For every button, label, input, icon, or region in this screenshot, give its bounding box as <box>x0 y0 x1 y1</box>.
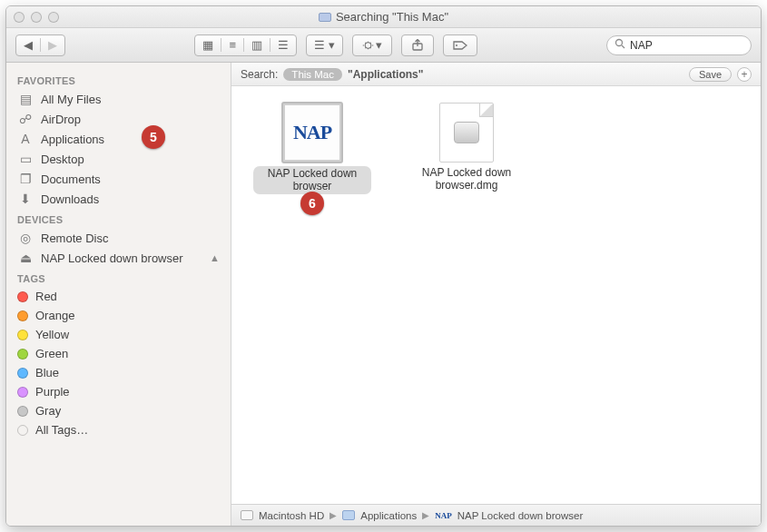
path-segment[interactable]: Applications <box>360 510 417 521</box>
tag-dot <box>17 387 28 398</box>
volume-icon: ⏏ <box>17 251 34 265</box>
app-small-icon: NAP <box>435 511 452 520</box>
column-view-button[interactable]: ▥ <box>244 38 270 52</box>
tag-yellow[interactable]: Yellow <box>6 325 231 344</box>
sidebar-item-remote-disc[interactable]: ◎Remote Disc <box>6 228 231 248</box>
sidebar-item-volume[interactable]: ⏏NAP Locked down browser▲ <box>6 248 231 268</box>
app-icon: NAP <box>282 103 342 163</box>
svg-point-3 <box>616 40 623 46</box>
callout-6: 6 <box>300 192 324 215</box>
coverflow-view-button[interactable]: ☰ <box>270 38 296 52</box>
sidebar-item-all-my-files[interactable]: ▤All My Files <box>6 89 231 109</box>
finder-window: Searching "This Mac" ◀ ▶ ▦ ≡ ▥ ☰ ☰ ▾ ▾ <box>5 5 762 527</box>
tag-green[interactable]: Green <box>6 344 231 363</box>
folder-icon <box>319 13 331 22</box>
folder-icon <box>342 510 355 520</box>
tag-red[interactable]: Red <box>6 287 231 306</box>
tag-dot <box>17 330 28 340</box>
callout-5: 5 <box>142 125 165 149</box>
tag-dot <box>17 425 28 436</box>
tag-purple[interactable]: Purple <box>6 382 231 401</box>
search-input[interactable] <box>630 39 762 52</box>
chevron-icon: ▶ <box>329 510 337 520</box>
section-tags: TAGS <box>6 268 231 287</box>
traffic-lights <box>14 12 59 23</box>
toolbar: ◀ ▶ ▦ ≡ ▥ ☰ ☰ ▾ ▾ ✕ <box>6 28 761 63</box>
arrange-menu[interactable]: ☰ ▾ <box>306 34 343 56</box>
nav-buttons: ◀ ▶ <box>15 34 65 56</box>
action-menu[interactable]: ▾ <box>352 34 392 56</box>
result-dmg[interactable]: NAP Locked down browser.dmg <box>408 103 526 192</box>
sidebar: FAVORITES ▤All My Files ☍AirDrop A Appli… <box>6 63 231 526</box>
tag-dot <box>17 368 28 379</box>
drive-icon <box>241 510 253 520</box>
svg-line-4 <box>622 45 624 48</box>
tag-gray[interactable]: Gray <box>6 401 231 420</box>
airdrop-icon: ☍ <box>17 112 34 126</box>
tag-dot <box>17 310 28 321</box>
disc-icon: ◎ <box>17 231 34 245</box>
section-favorites: FAVORITES <box>6 70 231 89</box>
chevron-icon: ▶ <box>422 510 429 520</box>
sidebar-item-documents[interactable]: ❐Documents <box>6 169 231 189</box>
save-search-button[interactable]: Save <box>689 67 732 82</box>
back-button[interactable]: ◀ <box>16 38 41 52</box>
zoom-button[interactable] <box>48 12 59 23</box>
tag-orange[interactable]: Orange <box>6 306 231 325</box>
sidebar-item-airdrop[interactable]: ☍AirDrop <box>6 109 231 129</box>
section-devices: DEVICES <box>6 209 231 228</box>
search-field[interactable]: ✕ <box>606 35 752 55</box>
path-segment[interactable]: Macintosh HD <box>259 510 324 521</box>
titlebar: Searching "This Mac" <box>6 6 761 28</box>
desktop-icon: ▭ <box>17 152 34 166</box>
forward-button[interactable]: ▶ <box>41 38 64 52</box>
file-label: NAP Locked down browser.dmg <box>408 166 526 192</box>
eject-icon[interactable]: ▲ <box>210 252 220 263</box>
file-label: NAP Locked down browser <box>253 166 371 194</box>
share-button[interactable] <box>401 34 434 56</box>
window-title: Searching "This Mac" <box>6 10 761 24</box>
icon-view-button[interactable]: ▦ <box>195 38 221 52</box>
minimize-button[interactable] <box>31 12 42 23</box>
documents-icon: ❐ <box>17 172 34 186</box>
result-app[interactable]: NAP NAP Locked down browser 6 <box>253 103 371 194</box>
scope-this-mac[interactable]: This Mac <box>283 68 342 81</box>
results-grid: NAP NAP Locked down browser 6 NAP Locked… <box>231 86 761 504</box>
scope-label: Search: <box>241 68 278 81</box>
sidebar-item-desktop[interactable]: ▭Desktop <box>6 149 231 169</box>
dmg-icon <box>439 103 494 163</box>
tag-dot <box>17 349 28 360</box>
sidebar-item-downloads[interactable]: ⬇Downloads <box>6 189 231 209</box>
svg-point-2 <box>456 44 457 46</box>
applications-icon: A <box>17 132 34 146</box>
tag-dot <box>17 406 28 417</box>
path-bar: Macintosh HD ▶ Applications ▶ NAP NAP Lo… <box>231 504 761 526</box>
tag-all[interactable]: All Tags… <box>6 420 231 439</box>
search-icon <box>615 38 625 52</box>
close-button[interactable] <box>14 12 25 23</box>
scope-bar: Search: This Mac "Applications" Save + <box>231 63 761 86</box>
tags-button[interactable] <box>443 34 477 56</box>
sidebar-item-applications[interactable]: A Applications 5 <box>6 129 231 149</box>
path-segment[interactable]: NAP Locked down browser <box>457 510 584 521</box>
window-title-text: Searching "This Mac" <box>336 10 448 24</box>
tag-blue[interactable]: Blue <box>6 363 231 382</box>
downloads-icon: ⬇ <box>17 192 34 206</box>
scope-applications[interactable]: "Applications" <box>348 68 423 81</box>
add-criteria-button[interactable]: + <box>737 67 752 82</box>
main-content: Search: This Mac "Applications" Save + N… <box>231 63 761 526</box>
view-mode-buttons: ▦ ≡ ▥ ☰ <box>194 34 297 56</box>
list-view-button[interactable]: ≡ <box>221 38 244 52</box>
tag-dot <box>17 291 28 302</box>
all-files-icon: ▤ <box>17 92 34 106</box>
